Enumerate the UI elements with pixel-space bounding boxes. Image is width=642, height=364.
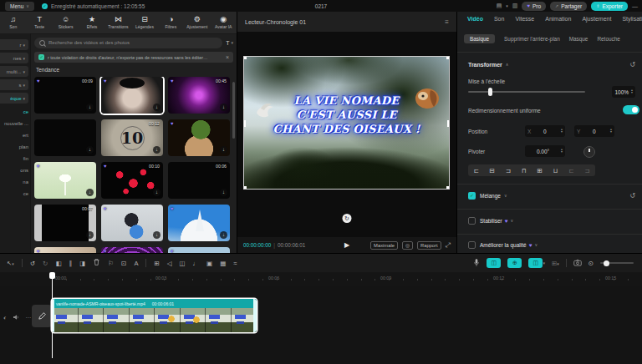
select-tool-button[interactable]: ↖▾: [7, 260, 14, 267]
close-icon[interactable]: ×: [226, 54, 229, 60]
category-item[interactable]: ert: [0, 132, 28, 139]
record-voiceover-button[interactable]: [473, 258, 480, 269]
beat-button[interactable]: ♩: [193, 260, 200, 267]
subtab-remove-bg[interactable]: Supprimer l'arrière-plan: [504, 36, 560, 42]
stepper[interactable]: ▴▾: [610, 129, 612, 134]
link-toggle[interactable]: ◫▾: [528, 258, 545, 268]
fit-screen-icon[interactable]: ◎: [402, 241, 413, 250]
chevron-down-icon[interactable]: ∨: [511, 218, 514, 223]
tab-avatar-ia[interactable]: ◉Avatar IA: [211, 12, 237, 33]
scale-value-box[interactable]: 100% ▴▾: [612, 86, 635, 98]
media-thumbnail[interactable]: ♥↓: [34, 162, 96, 199]
zoom-fit-button[interactable]: ⊙: [588, 260, 594, 267]
image-button[interactable]: ▦: [220, 260, 226, 267]
fullscreen-icon[interactable]: ⤢: [446, 241, 451, 250]
distribute-h-icon[interactable]: ⊏: [568, 167, 573, 174]
media-thumbnail[interactable]: ♥: [34, 247, 96, 253]
tab-ajustement[interactable]: Ajustement: [582, 16, 611, 22]
media-thumbnail[interactable]: ♥: [101, 247, 163, 253]
download-icon[interactable]: ↓: [153, 189, 160, 196]
tab-legendes[interactable]: ⊟Légendes: [131, 12, 157, 33]
tab-video[interactable]: Vidéo: [467, 16, 483, 22]
subtab-retouche[interactable]: Retouche: [597, 36, 619, 42]
subtab-masque[interactable]: Masque: [569, 36, 588, 42]
speaker-icon[interactable]: [13, 314, 19, 321]
selection-handle[interactable]: [244, 120, 246, 127]
media-thumbnail[interactable]: ♥↓: [168, 205, 230, 241]
category-item[interactable]: fin: [0, 155, 28, 162]
share-button[interactable]: ↗ Partager: [550, 2, 587, 11]
magnet-toggle[interactable]: ⊕: [507, 258, 522, 268]
category-item-active[interactable]: ce: [0, 109, 28, 115]
selection-handle[interactable]: [244, 186, 247, 189]
download-icon[interactable]: ↓: [86, 146, 94, 154]
rotate-handle[interactable]: ↻: [343, 214, 352, 223]
zoom-knob[interactable]: [604, 260, 609, 266]
selection-handle[interactable]: [447, 120, 449, 127]
rotate-dial[interactable]: [583, 146, 595, 158]
trim-right-button[interactable]: ◨: [79, 260, 85, 267]
tab-stickers[interactable]: ☺Stickers: [53, 12, 79, 33]
timeline-zoom-slider[interactable]: [600, 262, 634, 264]
download-icon[interactable]: ↓: [86, 104, 94, 111]
redo-button[interactable]: ↻: [43, 260, 48, 267]
position-y-input[interactable]: Y 0 ▴▾: [574, 125, 614, 137]
stepper[interactable]: ▴▾: [631, 89, 633, 94]
menu-button[interactable]: Menu ∨: [5, 2, 34, 11]
timeline-ruler[interactable]: 00:00 00:03 00:06 00:09 00:12 00:15: [0, 272, 642, 286]
video-canvas[interactable]: LA VIE NOMADE C'EST AUSSI LE CHANT DES O…: [244, 57, 449, 189]
media-thumbnail[interactable]: ♥↓: [168, 119, 230, 156]
download-icon[interactable]: ↓: [220, 146, 227, 154]
stepper[interactable]: ▴▾: [561, 149, 563, 154]
reset-icon[interactable]: ↺: [629, 61, 635, 68]
tab-stylisation[interactable]: Stylisation: [622, 16, 642, 22]
media-thumbnail[interactable]: ↓: [34, 119, 96, 156]
frame-extract-button[interactable]: ⊞: [154, 260, 159, 267]
tab-texte[interactable]: TTexte: [26, 12, 52, 33]
media-thumbnail[interactable]: ♥: [168, 247, 230, 253]
overlay-button[interactable]: ▣: [206, 260, 212, 267]
reset-icon[interactable]: ↺: [629, 192, 635, 200]
selection-handle[interactable]: [446, 186, 449, 189]
auto-ripple-toggle[interactable]: ◫: [487, 258, 501, 268]
stabilize-checkbox[interactable]: [468, 217, 476, 225]
tab-son[interactable]: Son: [494, 16, 504, 22]
download-icon[interactable]: ↓: [153, 231, 160, 239]
download-icon[interactable]: ↓: [86, 231, 94, 239]
media-thumbnail[interactable]: ♥↓: [101, 205, 163, 241]
chevron-up-icon[interactable]: ∧: [506, 62, 509, 67]
waveform-button[interactable]: ≈: [233, 260, 237, 267]
more-icon[interactable]: ⋯: [25, 315, 31, 321]
preview-axis-button[interactable]: ⊞▾: [552, 260, 559, 267]
chevron-down-icon[interactable]: ∨: [504, 193, 507, 198]
category-item[interactable]: ons: [0, 167, 28, 174]
align-left-icon[interactable]: ⊏: [473, 167, 478, 174]
mirror-button[interactable]: A: [134, 260, 138, 267]
layout-caret-icon[interactable]: ▾: [506, 3, 508, 8]
mute-button[interactable]: ◁: [167, 260, 172, 267]
rotate-input[interactable]: 0.00° ▴▾: [525, 145, 565, 157]
media-thumbnail[interactable]: 00:07↓: [34, 205, 96, 241]
download-icon[interactable]: ↓: [220, 189, 227, 196]
media-thumbnail-selected[interactable]: ♥↓: [101, 77, 163, 114]
position-x-input[interactable]: X 0 ▴▾: [525, 125, 565, 137]
crop-button[interactable]: ⊡: [121, 260, 126, 267]
scrollbar[interactable]: [232, 82, 235, 139]
export-button[interactable]: ⇧ Exporter: [591, 2, 628, 11]
chevron-down-icon[interactable]: ∨: [535, 242, 538, 247]
slider-knob[interactable]: [488, 88, 492, 96]
align-top-icon[interactable]: ⊓: [522, 167, 527, 174]
category-item[interactable]: ce: [0, 190, 28, 197]
selection-handle[interactable]: [446, 57, 449, 59]
minimize-button[interactable]: —: [632, 3, 638, 9]
enhance-checkbox[interactable]: [468, 241, 476, 249]
align-center-h-icon[interactable]: ⊟: [490, 167, 495, 174]
uniform-resize-toggle[interactable]: [623, 105, 639, 114]
category-dropdown[interactable]: nes▾: [0, 53, 28, 63]
category-dropdown[interactable]: multi...▾: [0, 66, 28, 77]
timeline-clip[interactable]: vanlife-nomade-ASMR-oiseaux-spot-liberté…: [52, 299, 257, 332]
pro-button[interactable]: ♥ Pro: [522, 2, 546, 11]
download-icon[interactable]: ↓: [153, 104, 160, 111]
align-middle-v-icon[interactable]: ⊞: [537, 167, 542, 174]
category-item[interactable]: plan: [0, 144, 28, 150]
